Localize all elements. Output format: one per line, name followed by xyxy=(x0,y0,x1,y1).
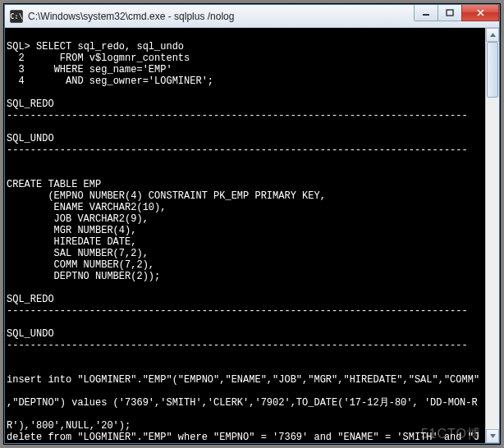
column-header: SQL_UNDO xyxy=(7,328,54,340)
query-line: WHERE seg_name='EMP' xyxy=(54,64,172,75)
column-header: SQL_UNDO xyxy=(7,133,54,144)
scroll-up-button[interactable] xyxy=(486,28,499,42)
terminal-output[interactable]: SQL> SELECT sql_redo, sql_undo 2 FROM v$… xyxy=(5,28,499,443)
sql-output: R'),'800',NULL,'20'); xyxy=(7,420,131,432)
sql-output: HIREDATE DATE, xyxy=(7,236,136,248)
column-header: SQL_REDO xyxy=(7,98,54,110)
query-line: AND seg_owner='LOGMINER'; xyxy=(66,75,213,87)
line-number: 4 xyxy=(18,75,24,87)
column-header: SQL_REDO xyxy=(7,294,54,305)
line-number: 3 xyxy=(18,64,24,75)
separator: ----------------------------------------… xyxy=(7,144,468,156)
scroll-down-button[interactable] xyxy=(486,429,499,443)
sql-output: CREATE TABLE EMP xyxy=(7,179,101,190)
separator: ----------------------------------------… xyxy=(7,340,468,351)
sql-output: SAL NUMBER(7,2), xyxy=(7,248,149,259)
query-line: SELECT sql_redo, sql_undo xyxy=(36,41,184,53)
window-controls xyxy=(415,5,499,21)
maximize-button[interactable] xyxy=(438,5,462,21)
titlebar[interactable]: C:\ C:\Windows\system32\cmd.exe - sqlplu… xyxy=(5,5,499,28)
separator: ----------------------------------------… xyxy=(7,110,468,121)
window-title: C:\Windows\system32\cmd.exe - sqlplus /n… xyxy=(28,11,234,22)
svg-rect-0 xyxy=(423,14,429,16)
sql-output: JOB VARCHAR2(9), xyxy=(7,213,149,225)
sql-output: ENAME VARCHAR2(10), xyxy=(7,202,166,213)
separator: ----------------------------------------… xyxy=(7,305,468,317)
sql-output: DEPTNO NUMBER(2)); xyxy=(7,271,160,282)
svg-rect-1 xyxy=(447,10,453,16)
sql-prompt: SQL> xyxy=(7,41,30,53)
query-line: FROM v$logmnr_contents xyxy=(60,53,190,64)
close-button[interactable] xyxy=(461,5,499,21)
scroll-thumb[interactable] xyxy=(487,42,498,98)
sql-output: ,"DEPTNO") values ('7369','SMITH','CLERK… xyxy=(7,397,478,409)
sql-output: COMM NUMBER(7,2), xyxy=(7,259,154,271)
cmd-window: C:\ C:\Windows\system32\cmd.exe - sqlplu… xyxy=(4,4,500,444)
sql-output: MGR NUMBER(4), xyxy=(7,225,136,236)
cmd-icon: C:\ xyxy=(10,10,23,23)
sql-output: (EMPNO NUMBER(4) CONSTRAINT PK_EMP PRIMA… xyxy=(7,190,326,202)
scroll-track[interactable] xyxy=(486,42,499,429)
sql-output: insert into "LOGMINER"."EMP"("EMPNO","EN… xyxy=(7,374,479,386)
sql-output: delete from "LOGMINER"."EMP" where "EMPN… xyxy=(7,432,479,443)
line-number: 2 xyxy=(18,53,24,64)
minimize-button[interactable] xyxy=(414,5,438,21)
vertical-scrollbar[interactable] xyxy=(485,28,499,443)
